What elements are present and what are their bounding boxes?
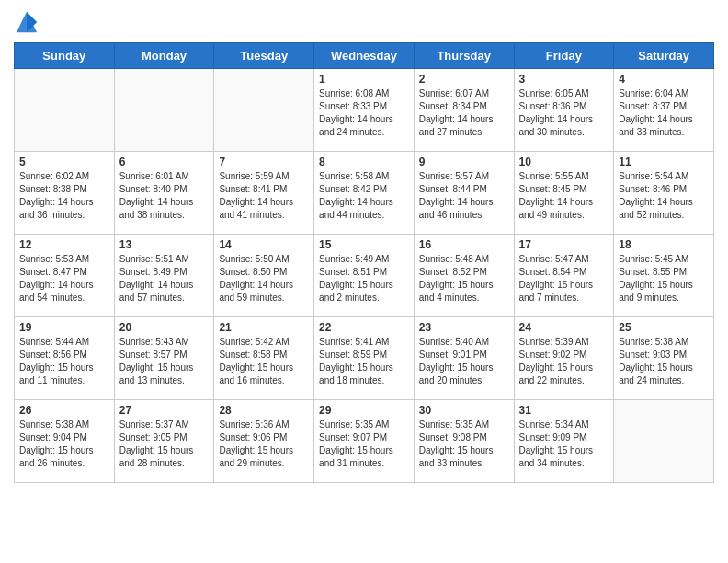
cell-info: Sunrise: 5:51 AM Sunset: 8:49 PM Dayligh… [119,253,210,304]
day-number: 13 [119,238,210,251]
calendar-cell: 23Sunrise: 5:40 AM Sunset: 9:01 PM Dayli… [414,317,514,400]
cell-info: Sunrise: 5:57 AM Sunset: 8:44 PM Dayligh… [419,170,509,222]
day-number: 27 [119,404,210,417]
cell-info: Sunrise: 5:36 AM Sunset: 9:06 PM Dayligh… [219,419,309,470]
cell-info: Sunrise: 5:44 AM Sunset: 8:56 PM Dayligh… [19,336,109,387]
logo-icon [14,9,40,35]
cell-info: Sunrise: 5:38 AM Sunset: 9:03 PM Dayligh… [619,336,709,387]
logo [14,9,43,35]
cell-info: Sunrise: 5:55 AM Sunset: 8:45 PM Dayligh… [519,170,609,222]
calendar-cell: 8Sunrise: 5:58 AM Sunset: 8:42 PM Daylig… [314,152,415,235]
day-number: 7 [219,155,309,168]
calendar-cell: 22Sunrise: 5:41 AM Sunset: 8:59 PM Dayli… [314,317,415,400]
cell-info: Sunrise: 6:04 AM Sunset: 8:37 PM Dayligh… [619,87,709,139]
day-number: 30 [419,404,509,417]
calendar-cell: 17Sunrise: 5:47 AM Sunset: 8:54 PM Dayli… [514,235,614,317]
calendar-cell: 9Sunrise: 5:57 AM Sunset: 8:44 PM Daylig… [414,152,514,235]
cell-info: Sunrise: 6:05 AM Sunset: 8:36 PM Dayligh… [519,87,609,139]
calendar-cell: 16Sunrise: 5:48 AM Sunset: 8:52 PM Dayli… [414,235,514,317]
calendar-cell: 21Sunrise: 5:42 AM Sunset: 8:58 PM Dayli… [214,317,314,400]
cell-info: Sunrise: 5:42 AM Sunset: 8:58 PM Dayligh… [219,336,309,387]
cell-info: Sunrise: 5:43 AM Sunset: 8:57 PM Dayligh… [119,336,210,387]
cell-info: Sunrise: 6:07 AM Sunset: 8:34 PM Dayligh… [419,87,509,139]
cell-info: Sunrise: 5:34 AM Sunset: 9:09 PM Dayligh… [519,419,609,470]
calendar-cell: 7Sunrise: 5:59 AM Sunset: 8:41 PM Daylig… [214,152,314,235]
day-header-friday: Friday [514,43,614,69]
cell-info: Sunrise: 5:50 AM Sunset: 8:50 PM Dayligh… [219,253,309,304]
cell-info: Sunrise: 5:47 AM Sunset: 8:54 PM Dayligh… [519,253,609,304]
calendar-cell [614,400,714,483]
day-number: 9 [419,155,509,168]
calendar-cell: 29Sunrise: 5:35 AM Sunset: 9:07 PM Dayli… [314,400,415,483]
calendar-cell: 1Sunrise: 6:08 AM Sunset: 8:33 PM Daylig… [314,69,415,152]
day-number: 22 [319,321,409,334]
day-number: 16 [419,238,509,251]
calendar-week-4: 26Sunrise: 5:38 AM Sunset: 9:04 PM Dayli… [15,400,714,483]
day-number: 20 [119,321,210,334]
cell-info: Sunrise: 5:41 AM Sunset: 8:59 PM Dayligh… [319,336,409,387]
calendar-week-3: 19Sunrise: 5:44 AM Sunset: 8:56 PM Dayli… [15,317,714,400]
day-number: 28 [219,404,309,417]
day-number: 15 [319,238,409,251]
calendar-cell: 14Sunrise: 5:50 AM Sunset: 8:50 PM Dayli… [214,235,314,317]
day-number: 31 [519,404,609,417]
calendar-cell: 10Sunrise: 5:55 AM Sunset: 8:45 PM Dayli… [514,152,614,235]
calendar-cell: 2Sunrise: 6:07 AM Sunset: 8:34 PM Daylig… [414,69,514,152]
cell-info: Sunrise: 6:01 AM Sunset: 8:40 PM Dayligh… [119,170,210,222]
calendar-cell: 26Sunrise: 5:38 AM Sunset: 9:04 PM Dayli… [15,400,115,483]
day-number: 24 [519,321,609,334]
day-header-saturday: Saturday [614,43,714,69]
day-number: 10 [519,155,609,168]
calendar-cell: 5Sunrise: 6:02 AM Sunset: 8:38 PM Daylig… [15,152,115,235]
calendar-header-row: SundayMondayTuesdayWednesdayThursdayFrid… [15,43,714,69]
calendar-cell: 24Sunrise: 5:39 AM Sunset: 9:02 PM Dayli… [514,317,614,400]
cell-info: Sunrise: 5:58 AM Sunset: 8:42 PM Dayligh… [319,170,409,222]
header [14,9,714,35]
cell-info: Sunrise: 5:38 AM Sunset: 9:04 PM Dayligh… [19,419,109,470]
cell-info: Sunrise: 5:35 AM Sunset: 9:07 PM Dayligh… [319,419,409,470]
calendar-cell: 25Sunrise: 5:38 AM Sunset: 9:03 PM Dayli… [614,317,714,400]
day-number: 8 [319,155,409,168]
calendar-cell: 30Sunrise: 5:35 AM Sunset: 9:08 PM Dayli… [414,400,514,483]
day-number: 3 [519,73,609,86]
day-header-wednesday: Wednesday [314,43,415,69]
calendar-cell: 11Sunrise: 5:54 AM Sunset: 8:46 PM Dayli… [614,152,714,235]
day-header-monday: Monday [114,43,214,69]
page: SundayMondayTuesdayWednesdayThursdayFrid… [0,0,728,563]
cell-info: Sunrise: 5:48 AM Sunset: 8:52 PM Dayligh… [419,253,509,304]
calendar-cell: 13Sunrise: 5:51 AM Sunset: 8:49 PM Dayli… [114,235,214,317]
calendar-cell [15,69,115,152]
day-header-thursday: Thursday [414,43,514,69]
calendar-cell: 19Sunrise: 5:44 AM Sunset: 8:56 PM Dayli… [15,317,115,400]
calendar-cell: 6Sunrise: 6:01 AM Sunset: 8:40 PM Daylig… [114,152,214,235]
calendar-cell: 18Sunrise: 5:45 AM Sunset: 8:55 PM Dayli… [614,235,714,317]
cell-info: Sunrise: 5:49 AM Sunset: 8:51 PM Dayligh… [319,253,409,304]
day-number: 5 [19,155,109,168]
day-number: 21 [219,321,309,334]
calendar-cell [114,69,214,152]
day-number: 17 [519,238,609,251]
day-number: 19 [19,321,109,334]
calendar-cell [214,69,314,152]
day-header-sunday: Sunday [15,43,115,69]
calendar-week-0: 1Sunrise: 6:08 AM Sunset: 8:33 PM Daylig… [15,69,714,152]
day-number: 14 [219,238,309,251]
day-number: 4 [619,73,709,86]
cell-info: Sunrise: 6:02 AM Sunset: 8:38 PM Dayligh… [19,170,109,222]
cell-info: Sunrise: 5:39 AM Sunset: 9:02 PM Dayligh… [519,336,609,387]
day-number: 1 [319,73,409,86]
calendar-cell: 3Sunrise: 6:05 AM Sunset: 8:36 PM Daylig… [514,69,614,152]
cell-info: Sunrise: 5:35 AM Sunset: 9:08 PM Dayligh… [419,419,509,470]
cell-info: Sunrise: 5:40 AM Sunset: 9:01 PM Dayligh… [419,336,509,387]
calendar-cell: 12Sunrise: 5:53 AM Sunset: 8:47 PM Dayli… [15,235,115,317]
day-number: 18 [619,238,709,251]
day-number: 25 [619,321,709,334]
calendar-cell: 31Sunrise: 5:34 AM Sunset: 9:09 PM Dayli… [514,400,614,483]
cell-info: Sunrise: 6:08 AM Sunset: 8:33 PM Dayligh… [319,87,409,139]
calendar-table: SundayMondayTuesdayWednesdayThursdayFrid… [14,42,714,483]
calendar-cell: 15Sunrise: 5:49 AM Sunset: 8:51 PM Dayli… [314,235,415,317]
calendar-cell: 4Sunrise: 6:04 AM Sunset: 8:37 PM Daylig… [614,69,714,152]
day-number: 11 [619,155,709,168]
day-number: 6 [119,155,210,168]
day-number: 23 [419,321,509,334]
